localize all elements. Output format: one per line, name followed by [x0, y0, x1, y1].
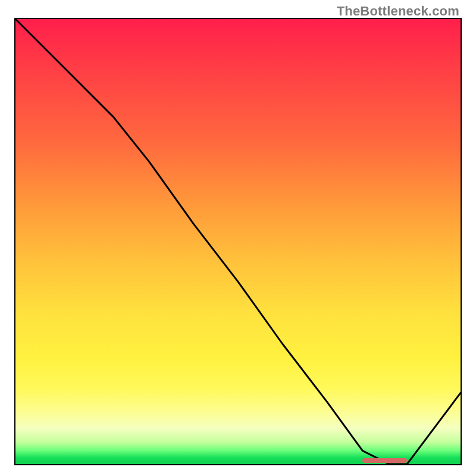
attribution-text: TheBottleneck.com [337, 4, 459, 19]
plot-area [14, 18, 462, 465]
bottleneck-curve [15, 19, 461, 464]
chart-container: TheBottleneck.com [0, 0, 476, 476]
optimal-range-marker [362, 458, 407, 463]
